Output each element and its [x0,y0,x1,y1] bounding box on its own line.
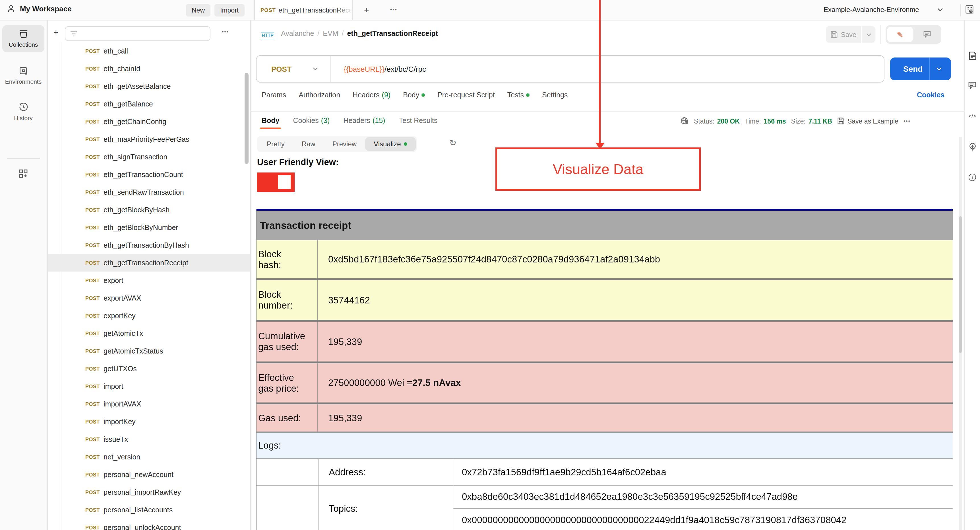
send-button[interactable]: Send [890,57,951,80]
response-view-tab[interactable]: Raw [293,137,324,151]
sidebar-options-icon[interactable]: ••• [222,29,229,35]
request-list-item[interactable]: POST eth_getBlockByHash [48,201,251,219]
method-badge: POST [85,401,103,407]
comment-mode-button[interactable] [914,27,940,42]
response-tab-item[interactable]: Cookies (3) [293,117,330,129]
import-button[interactable]: Import [215,4,244,16]
save-options-button[interactable] [862,26,875,43]
request-list-item[interactable]: POST eth_getChainConfig [48,113,251,130]
request-tab-item[interactable]: Headers (9) [353,91,390,99]
new-tab-button[interactable]: + [364,5,369,15]
request-tab-item[interactable]: Authorization [299,91,340,99]
request-list-item[interactable]: POST eth_getTransactionCount [48,166,251,183]
method-badge: POST [85,383,103,389]
edit-mode-button[interactable]: ✎ [887,27,913,42]
configure-sidebar-button[interactable] [2,164,45,183]
request-list-item[interactable]: POST importAVAX [48,395,251,413]
refresh-icon[interactable]: ↻ [449,138,457,148]
request-tab-item[interactable]: Settings [542,91,568,99]
request-name: getUTXOs [103,365,137,373]
request-list-item[interactable]: POST personal_listAccounts [48,501,251,519]
request-name: eth_getChainConfig [103,118,166,126]
sidebar-item-collections[interactable]: Collections [2,25,45,53]
chevron-down-icon[interactable] [313,67,318,70]
request-list-item[interactable]: POST issueTx [48,430,251,448]
save-as-example-button[interactable]: Save as Example [837,117,898,125]
request-list-item[interactable]: POST getAtomicTxStatus [48,342,251,360]
environment-quick-look-icon[interactable] [965,5,974,14]
breadcrumb-collection[interactable]: Avalanche [281,30,314,38]
annotation-label: Visualize Data [553,161,644,177]
request-list-item[interactable]: POST exportAVAX [48,289,251,307]
request-name: eth_getBlockByHash [103,206,170,214]
environments-icon [19,66,28,76]
request-tab-item[interactable]: Params [262,91,286,99]
sidebar-item-environments[interactable]: Environments [2,61,45,89]
request-list-item[interactable]: POST import [48,377,251,395]
response-tab-item[interactable]: Headers (15) [343,117,385,129]
sidebar-scrollbar[interactable] [245,73,248,164]
request-name: eth_getAssetBalance [103,82,171,90]
request-list-item[interactable]: POST getUTXOs [48,360,251,377]
request-list-item[interactable]: POST eth_chainId [48,60,251,77]
request-list-item[interactable]: POST eth_signTransaction [48,148,251,166]
request-list-item[interactable]: POST net_version [48,448,251,466]
request-list-item[interactable]: POST eth_getTransactionByHash [48,236,251,254]
log-address-row: Address: 0x72b73fa1569df9ff1ae9b29cd5b16… [256,458,953,485]
add-collection-button[interactable]: + [54,28,59,37]
request-tab[interactable]: POST eth_getTransactionRece [254,0,353,20]
size-value[interactable]: 7.11 KB [808,118,832,125]
request-list-item[interactable]: POST getAtomicTx [48,324,251,342]
breadcrumb-folder[interactable]: EVM [323,30,338,38]
request-tab-item[interactable]: Pre-request Script [438,91,495,99]
request-list-item[interactable]: POST importKey [48,413,251,430]
save-button[interactable]: Save [826,26,861,43]
request-list-item[interactable]: POST export [48,271,251,289]
request-list-item[interactable]: POST eth_sendRawTransaction [48,183,251,201]
friendly-view-toggle[interactable] [257,172,294,192]
code-snippet-icon[interactable]: </> [967,113,977,119]
url-bar: POST {{baseURL}}/ext/bc/C/rpc [256,55,885,83]
workspace-switcher[interactable]: My Workspace [7,5,72,13]
response-tab-item[interactable]: Test Results [399,117,438,129]
response-tab-label: Test Results [399,117,438,125]
documentation-icon[interactable] [967,51,977,60]
tab-options-icon[interactable]: ••• [390,7,397,13]
response-view-tab[interactable]: Preview [324,137,365,151]
request-list-item[interactable]: POST eth_call [48,42,251,60]
url-input[interactable]: {{baseURL}}/ext/bc/C/rpc [344,65,426,73]
log-topic-value: 0x00000000000000000000000000000000022449… [453,508,953,530]
response-scrollbar-thumb[interactable] [959,216,962,353]
request-list-item[interactable]: POST eth_getBalance [48,95,251,113]
cookies-link[interactable]: Cookies [917,91,945,99]
request-list-item[interactable]: POST personal_newAccount [48,466,251,483]
network-info-icon[interactable] [680,117,689,125]
send-options-chevron-icon[interactable] [936,67,942,70]
request-list-item[interactable]: POST personal_importRawKey [48,483,251,501]
request-list-item[interactable]: POST eth_getAssetBalance [48,77,251,95]
request-tab-item[interactable]: Body [403,91,425,99]
info-icon[interactable]: i [967,174,977,181]
request-list-item[interactable]: POST personal_unlockAccount [48,519,251,530]
sidebar-item-history[interactable]: History [2,98,45,126]
method-selector[interactable]: POST [271,65,291,73]
time-value[interactable]: 156 ms [764,118,786,125]
status-value[interactable]: 200 OK [717,118,740,125]
response-view-tab[interactable]: Pretty [258,137,293,151]
request-name: import [103,382,123,390]
comments-icon[interactable] [967,81,977,89]
response-tab-item[interactable]: Body [262,117,280,129]
sidebar-filter-input[interactable] [65,26,210,41]
breadcrumb-request-name: eth_getTransactionReceipt [347,30,438,38]
request-list-item[interactable]: POST exportKey [48,307,251,324]
chevron-down-icon[interactable] [937,8,943,11]
request-list-item[interactable]: POST eth_getBlockByNumber [48,219,251,236]
environment-selector[interactable]: Example-Avalanche-Environme [824,6,919,14]
request-tab-item[interactable]: Tests [508,91,530,99]
new-button[interactable]: New [186,4,210,16]
related-requests-icon[interactable] [967,142,977,152]
response-options-icon[interactable]: ••• [904,118,911,124]
response-view-tab[interactable]: Visualize [365,137,416,151]
request-list-item[interactable]: POST eth_getTransactionReceipt [48,254,251,271]
request-list-item[interactable]: POST eth_maxPriorityFeePerGas [48,130,251,148]
